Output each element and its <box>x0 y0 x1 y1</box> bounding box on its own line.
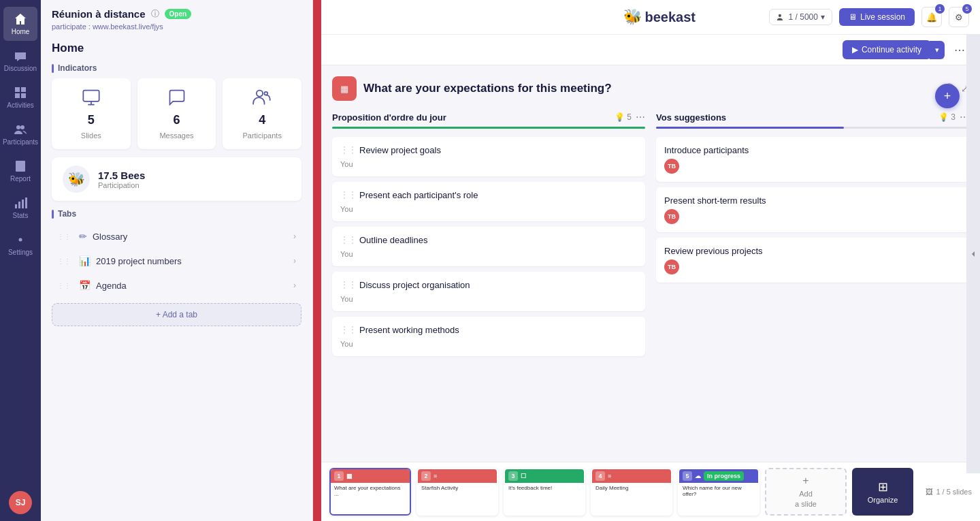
activity-area: ▶ Continue activity ▾ ⋯ ▦ What are your … <box>321 35 980 521</box>
continue-activity-button[interactable]: ▶ Continue activity <box>843 40 931 59</box>
add-slide-label: Adda slide <box>795 489 817 509</box>
project-numbers-arrow: › <box>293 256 296 266</box>
in-progress-badge: In progress <box>704 471 744 481</box>
agenda-label: Agenda <box>96 281 288 291</box>
slides-icon <box>82 88 101 109</box>
sidebar-item-home[interactable]: Home <box>3 7 37 41</box>
play-icon: ▶ <box>852 45 858 54</box>
live-session-button[interactable]: 🖥 Live session <box>839 8 915 26</box>
slide-num-1: 1 <box>334 471 344 481</box>
participate-url: participate : www.beekast.live/fjys <box>52 22 301 31</box>
slide-thumb-5[interactable]: 5 ☁ In progress Which name for our new o… <box>678 468 760 516</box>
slides-count: 5 <box>88 113 95 127</box>
svg-rect-10 <box>15 204 17 208</box>
add-slide-button[interactable]: + Adda slide <box>765 468 847 516</box>
main-content: 🐝 beekast 1 / 5000 ▾ 🖥 Live session 🔔 1 … <box>321 0 980 521</box>
settings-button[interactable]: ⚙ 5 <box>949 7 969 27</box>
list-item: ⋮⋮ Present each participant's role ⋯ You <box>332 182 645 221</box>
messages-count: 6 <box>174 113 180 127</box>
suggestion-title: Present each participant's role <box>359 190 625 200</box>
slides-count: 🖼 1 / 5 slides <box>926 488 972 496</box>
slide-body-3: It's feedback time! <box>505 483 584 514</box>
sidebar-nav: Home Discussion Activities Participants … <box>0 0 41 521</box>
slide-body-1: What are your expectations ... <box>331 483 410 514</box>
column-left-count: 💡 5 <box>615 112 632 122</box>
continue-btn-group: ▶ Continue activity ▾ <box>843 40 945 59</box>
session-info-icon[interactable]: ⓘ <box>151 8 159 20</box>
slide-icon-1: ▦ <box>346 473 353 479</box>
column-left-progress-fill <box>332 127 645 129</box>
suggestion-title: Review project goals <box>359 145 625 155</box>
sidebar-item-report[interactable]: Report <box>3 154 37 188</box>
indicator-slides: 5 Slides <box>52 78 131 149</box>
suggestion-title: Outline deadlines <box>359 235 625 245</box>
slide-thumb-3[interactable]: 3 ☐ It's feedback time! <box>504 468 585 516</box>
session-status-badge: Open <box>165 9 192 19</box>
column-left-more-button[interactable]: ⋯ <box>636 112 645 123</box>
agenda-arrow: › <box>293 281 296 290</box>
svg-rect-3 <box>21 93 26 98</box>
svg-rect-8 <box>18 165 23 167</box>
project-numbers-label: 2019 project numbers <box>96 256 288 266</box>
slide-thumb-1[interactable]: 1 ▦ What are your expectations ... <box>329 468 411 516</box>
list-item: ⋮⋮ Discuss project organisation ⋯ You <box>332 272 645 311</box>
suggestion-author: You <box>340 205 637 213</box>
indicator-participants: 4 Participants <box>223 78 301 149</box>
suggestion-title: Present short-term results <box>664 195 949 206</box>
tab-agenda[interactable]: ⋮⋮ 📅 Agenda › <box>52 273 301 298</box>
slide-num-3: 3 <box>508 471 518 481</box>
notifications-button[interactable]: 🔔 1 <box>921 7 942 27</box>
sidebar-item-stats[interactable]: Stats <box>3 191 37 225</box>
drag-handle-icon: ⋮⋮ <box>340 280 357 289</box>
tab-glossary[interactable]: ⋮⋮ ✏ Glossary › <box>52 224 301 249</box>
activity-title: What are your expectations for this meet… <box>363 82 938 95</box>
organize-button[interactable]: ⊞ Organize <box>852 468 913 516</box>
participants-label: Participants <box>242 131 281 140</box>
user-avatar[interactable]: SJ <box>9 491 32 514</box>
sidebar-item-discussion[interactable]: Discussion <box>3 44 37 78</box>
activity-toolbar: ▶ Continue activity ▾ ⋯ <box>321 35 980 65</box>
slide-icon-5: ☁ <box>695 473 701 479</box>
left-collapse-bar[interactable] <box>313 0 321 521</box>
logo-text: beekast <box>644 10 696 25</box>
indicators-label: Indicators <box>52 63 301 73</box>
svg-point-18 <box>778 14 781 17</box>
participants-count-text: 1 / 5000 <box>789 12 818 22</box>
slide-thumb-4[interactable]: 4 ≡ Daily Meeting <box>591 468 672 516</box>
sidebar-item-activities[interactable]: Activities <box>3 80 37 114</box>
column-left: Proposition d'ordre du jour 💡 5 ⋯ ⋮⋮ <box>332 112 645 362</box>
suggestion-title: Discuss project organisation <box>359 280 625 290</box>
right-collapse-handle[interactable] <box>966 35 980 473</box>
slides-label: Slides <box>81 131 101 140</box>
suggestion-title: Introduce participants <box>664 145 949 155</box>
slide-icon-4: ≡ <box>608 473 611 479</box>
indicator-messages: 6 Messages <box>137 78 216 149</box>
session-title: Réunion à distance <box>52 8 146 20</box>
participants-count: 4 <box>259 113 265 127</box>
home-heading: Home <box>41 36 312 58</box>
svg-point-14 <box>19 238 22 242</box>
slide-num-4: 4 <box>595 471 605 481</box>
sidebar-item-participants[interactable]: Participants <box>3 117 37 151</box>
drag-handle-icon: ⋮⋮ <box>340 325 357 334</box>
slide-thumb-2[interactable]: 2 ≡ Starfish Activity <box>416 468 498 516</box>
add-tab-button[interactable]: + Add a tab <box>52 303 301 326</box>
notifications-badge: 1 <box>935 4 945 14</box>
continue-dropdown-button[interactable]: ▾ <box>930 41 945 59</box>
suggestion-author: You <box>340 250 637 258</box>
slide-body-5: Which name for our new offer? <box>679 483 758 514</box>
participants-count-badge[interactable]: 1 / 5000 ▾ <box>769 9 832 25</box>
activity-type-icon: ▦ <box>332 76 357 101</box>
suggestion-author: You <box>340 160 637 168</box>
tab-project-numbers[interactable]: ⋮⋮ 📊 2019 project numbers › <box>52 249 301 273</box>
columns-container: Proposition d'ordre du jour 💡 5 ⋯ ⋮⋮ <box>332 112 969 362</box>
participants-icon <box>252 88 272 109</box>
plus-icon: + <box>802 475 808 487</box>
sidebar-item-settings[interactable]: Settings <box>3 227 37 262</box>
session-header: Réunion à distance ⓘ Open participate : … <box>41 0 312 36</box>
suggestion-title: Review previous projects <box>664 246 949 256</box>
drag-handle-icon: ⋮⋮ <box>340 190 357 200</box>
add-column-button[interactable]: + <box>935 84 960 108</box>
tb-avatar: TB <box>664 259 679 274</box>
svg-rect-15 <box>83 91 99 101</box>
